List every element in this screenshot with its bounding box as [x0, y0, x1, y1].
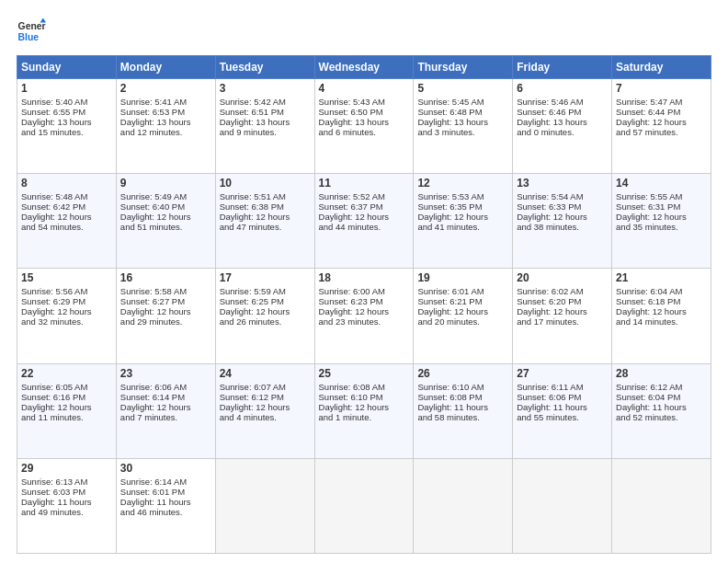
day-number: 30 — [120, 462, 211, 475]
daylight-text: Daylight: 11 hours — [517, 402, 587, 412]
header-row: SundayMondayTuesdayWednesdayThursdayFrid… — [17, 56, 711, 79]
sunrise-text: Sunrise: 5:46 AM — [517, 97, 583, 107]
sunset-text: Sunset: 6:18 PM — [616, 296, 680, 306]
sunset-text: Sunset: 6:42 PM — [21, 201, 85, 212]
calendar-cell: 10Sunrise: 5:51 AMSunset: 6:38 PMDayligh… — [215, 174, 314, 269]
sunrise-text: Sunrise: 5:47 AM — [616, 97, 682, 107]
calendar-cell — [414, 458, 513, 553]
sunset-text: Sunset: 6:44 PM — [616, 107, 680, 117]
calendar-cell — [513, 458, 612, 553]
day-number: 15 — [21, 271, 112, 284]
calendar-cell: 30Sunrise: 6:14 AMSunset: 6:01 PMDayligh… — [116, 458, 215, 553]
daylight-minutes-text: and 35 minutes. — [616, 222, 678, 232]
calendar-cell: 24Sunrise: 6:07 AMSunset: 6:12 PMDayligh… — [215, 363, 314, 458]
calendar-cell: 8Sunrise: 5:48 AMSunset: 6:42 PMDaylight… — [17, 174, 117, 269]
daylight-text: Daylight: 12 hours — [220, 306, 290, 316]
sunrise-text: Sunrise: 6:14 AM — [120, 477, 187, 487]
sunset-text: Sunset: 6:10 PM — [319, 392, 383, 402]
sunset-text: Sunset: 6:55 PM — [21, 107, 85, 117]
day-number: 26 — [417, 367, 508, 380]
svg-text:Blue: Blue — [18, 32, 40, 42]
daylight-minutes-text: and 0 minutes. — [517, 127, 574, 137]
calendar-cell — [612, 458, 711, 553]
sunrise-text: Sunrise: 5:49 AM — [120, 191, 187, 201]
sunrise-text: Sunrise: 5:40 AM — [21, 97, 87, 107]
day-number: 2 — [120, 82, 211, 95]
sunrise-text: Sunrise: 6:08 AM — [319, 382, 385, 392]
sunrise-text: Sunrise: 5:58 AM — [120, 286, 187, 296]
daylight-minutes-text: and 1 minute. — [319, 412, 372, 422]
calendar-cell: 5Sunrise: 5:45 AMSunset: 6:48 PMDaylight… — [414, 79, 513, 174]
sunrise-text: Sunrise: 5:41 AM — [120, 97, 187, 107]
day-header-friday: Friday — [513, 56, 612, 79]
sunset-text: Sunset: 6:23 PM — [319, 296, 383, 306]
sunrise-text: Sunrise: 5:55 AM — [616, 191, 682, 201]
daylight-minutes-text: and 44 minutes. — [319, 222, 381, 232]
sunrise-text: Sunrise: 5:59 AM — [220, 286, 286, 296]
sunrise-text: Sunrise: 5:52 AM — [319, 191, 385, 201]
sunrise-text: Sunrise: 6:13 AM — [21, 477, 87, 487]
day-header-thursday: Thursday — [414, 56, 513, 79]
daylight-text: Daylight: 11 hours — [417, 402, 488, 412]
calendar-cell: 13Sunrise: 5:54 AMSunset: 6:33 PMDayligh… — [513, 174, 612, 269]
sunset-text: Sunset: 6:03 PM — [21, 487, 85, 497]
calendar-cell: 25Sunrise: 6:08 AMSunset: 6:10 PMDayligh… — [314, 363, 414, 458]
calendar-table: SundayMondayTuesdayWednesdayThursdayFrid… — [17, 55, 711, 554]
daylight-text: Daylight: 12 hours — [517, 306, 587, 316]
day-number: 24 — [220, 367, 311, 380]
day-number: 21 — [616, 271, 707, 284]
daylight-minutes-text: and 47 minutes. — [220, 222, 282, 232]
sunrise-text: Sunrise: 6:12 AM — [616, 382, 682, 392]
calendar-cell: 23Sunrise: 6:06 AMSunset: 6:14 PMDayligh… — [116, 363, 215, 458]
sunset-text: Sunset: 6:50 PM — [319, 107, 383, 117]
page: General Blue SundayMondayTuesdayWednesda… — [0, 0, 728, 563]
sunset-text: Sunset: 6:01 PM — [120, 487, 185, 497]
day-number: 20 — [517, 271, 608, 284]
day-number: 1 — [21, 82, 112, 95]
calendar-week-3: 15Sunrise: 5:56 AMSunset: 6:29 PMDayligh… — [17, 269, 711, 363]
sunset-text: Sunset: 6:38 PM — [220, 201, 284, 212]
calendar-week-2: 8Sunrise: 5:48 AMSunset: 6:42 PMDaylight… — [17, 174, 711, 269]
calendar-cell: 22Sunrise: 6:05 AMSunset: 6:16 PMDayligh… — [17, 363, 117, 458]
sunset-text: Sunset: 6:46 PM — [517, 107, 581, 117]
calendar-cell: 20Sunrise: 6:02 AMSunset: 6:20 PMDayligh… — [513, 269, 612, 363]
sunset-text: Sunset: 6:25 PM — [220, 296, 284, 306]
sunrise-text: Sunrise: 6:06 AM — [120, 382, 187, 392]
calendar-cell — [314, 458, 414, 553]
sunset-text: Sunset: 6:53 PM — [120, 107, 185, 117]
calendar-cell: 4Sunrise: 5:43 AMSunset: 6:50 PMDaylight… — [314, 79, 414, 174]
calendar-cell: 1Sunrise: 5:40 AMSunset: 6:55 PMDaylight… — [17, 79, 117, 174]
header: General Blue — [17, 17, 711, 46]
day-number: 8 — [21, 177, 112, 190]
calendar-cell: 11Sunrise: 5:52 AMSunset: 6:37 PMDayligh… — [314, 174, 414, 269]
day-number: 14 — [616, 177, 707, 190]
sunrise-text: Sunrise: 5:45 AM — [417, 97, 483, 107]
daylight-text: Daylight: 13 hours — [319, 117, 390, 127]
daylight-text: Daylight: 12 hours — [220, 402, 290, 412]
daylight-text: Daylight: 12 hours — [616, 117, 687, 127]
day-number: 5 — [417, 82, 508, 95]
day-number: 28 — [616, 367, 707, 380]
calendar-cell: 18Sunrise: 6:00 AMSunset: 6:23 PMDayligh… — [314, 269, 414, 363]
day-number: 7 — [616, 82, 707, 95]
daylight-text: Daylight: 12 hours — [319, 212, 390, 222]
sunset-text: Sunset: 6:40 PM — [120, 201, 185, 212]
calendar-cell: 27Sunrise: 6:11 AMSunset: 6:06 PMDayligh… — [513, 363, 612, 458]
sunset-text: Sunset: 6:37 PM — [319, 201, 383, 212]
sunset-text: Sunset: 6:21 PM — [417, 296, 482, 306]
daylight-text: Daylight: 12 hours — [220, 212, 290, 222]
sunrise-text: Sunrise: 6:04 AM — [616, 286, 682, 296]
sunset-text: Sunset: 6:35 PM — [417, 201, 482, 212]
sunrise-text: Sunrise: 5:56 AM — [21, 286, 87, 296]
daylight-text: Daylight: 12 hours — [120, 402, 191, 412]
day-number: 10 — [220, 177, 311, 190]
daylight-text: Daylight: 12 hours — [120, 212, 191, 222]
daylight-text: Daylight: 12 hours — [417, 306, 488, 316]
sunset-text: Sunset: 6:16 PM — [21, 392, 85, 402]
daylight-minutes-text: and 14 minutes. — [616, 316, 678, 327]
sunset-text: Sunset: 6:08 PM — [417, 392, 482, 402]
sunset-text: Sunset: 6:27 PM — [120, 296, 185, 306]
sunrise-text: Sunrise: 6:05 AM — [21, 382, 87, 392]
day-number: 19 — [417, 271, 508, 284]
daylight-minutes-text: and 55 minutes. — [517, 412, 579, 422]
